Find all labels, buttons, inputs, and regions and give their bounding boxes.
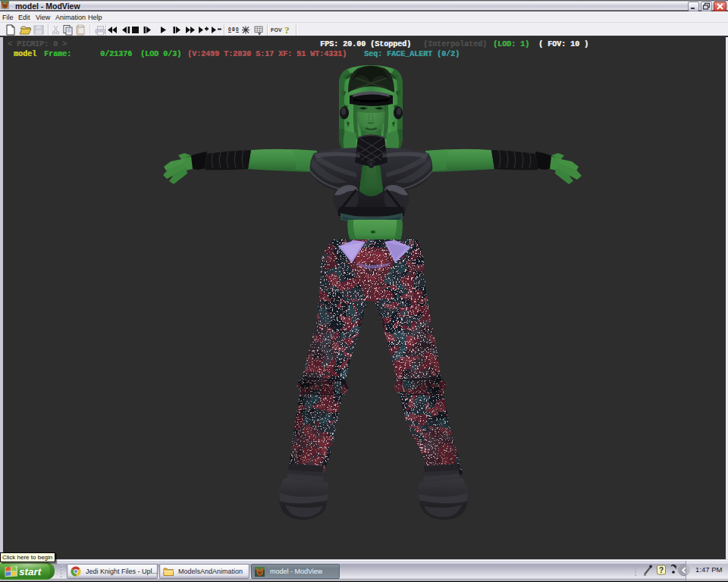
svg-text:start: start <box>19 566 42 577</box>
svg-text:8: 8 <box>232 27 235 32</box>
svg-text:?: ? <box>659 566 664 574</box>
svg-text:0: 0 <box>228 27 231 32</box>
svg-text:?: ? <box>284 24 290 36</box>
svg-text:0: 0 <box>236 27 239 32</box>
svg-text:FOV: FOV <box>271 27 282 33</box>
